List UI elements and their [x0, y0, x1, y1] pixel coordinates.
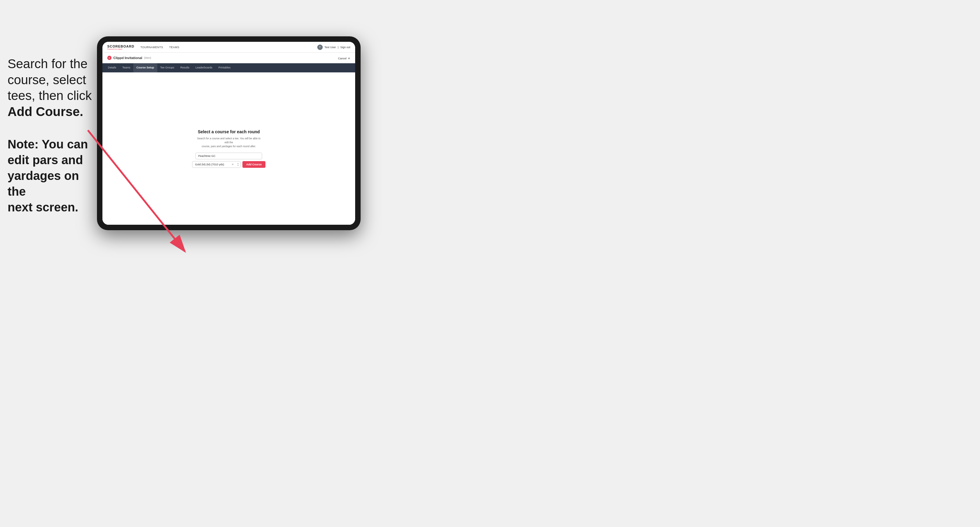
- navbar: SCOREBOARD Powered by clippd TOURNAMENTS…: [102, 42, 355, 53]
- annotation-area: Search for the course, select tees, then…: [8, 56, 94, 215]
- note-line-1: Note: You can: [8, 136, 94, 152]
- tablet-device: SCOREBOARD Powered by clippd TOURNAMENTS…: [97, 37, 361, 230]
- tee-row: Gold (M) (M) (7010 yds) ✕ ▲ ▼ Add Course: [192, 161, 265, 168]
- logo-sub: Powered by clippd: [107, 48, 134, 50]
- note-line-3: yardages on the: [8, 168, 94, 199]
- tab-course-setup[interactable]: Course Setup: [133, 63, 157, 72]
- nav-teams[interactable]: TEAMS: [169, 46, 180, 49]
- navbar-left: SCOREBOARD Powered by clippd TOURNAMENTS…: [107, 44, 180, 50]
- annotation-line-4: Add Course.: [8, 104, 94, 120]
- tab-bar: Details Teams Course Setup Tee Groups Re…: [102, 63, 355, 72]
- cancel-label: Cancel: [338, 57, 347, 60]
- desc-line-1: Search for a course and select a tee. Yo…: [197, 137, 260, 144]
- cancel-icon: ✕: [348, 57, 350, 60]
- tablet-screen: SCOREBOARD Powered by clippd TOURNAMENTS…: [102, 42, 355, 225]
- course-search-input[interactable]: [196, 152, 262, 159]
- sign-out-link[interactable]: Sign out: [340, 46, 350, 49]
- tournament-title: C Clippd Invitational (Men): [107, 56, 151, 60]
- logo-area: SCOREBOARD Powered by clippd: [107, 44, 134, 50]
- nav-separator: |: [338, 46, 339, 49]
- tab-printables[interactable]: Printables: [215, 63, 234, 72]
- course-setup-description: Search for a course and select a tee. Yo…: [196, 137, 262, 148]
- note-line-4: next screen.: [8, 199, 94, 215]
- annotation-search-text: Search for the course, select tees, then…: [8, 56, 94, 120]
- tournament-icon: C: [107, 56, 111, 60]
- tab-details[interactable]: Details: [105, 63, 119, 72]
- main-content: Select a course for each round Search fo…: [102, 72, 355, 225]
- tab-results[interactable]: Results: [177, 63, 192, 72]
- tournament-subtitle: (Men): [144, 56, 151, 59]
- tee-select-wrapper: Gold (M) (M) (7010 yds) ✕ ▲ ▼: [192, 161, 240, 168]
- annotation-note: Note: You can edit pars and yardages on …: [8, 136, 94, 215]
- user-name: Test User: [325, 46, 336, 49]
- cancel-area[interactable]: Cancel ✕: [338, 55, 350, 60]
- navbar-right: T Test User | Sign out: [317, 44, 350, 50]
- tee-arrow-up[interactable]: ▲: [237, 162, 239, 164]
- annotation-line-3: tees, then click: [8, 88, 94, 104]
- tee-arrow-down[interactable]: ▼: [237, 165, 239, 166]
- annotation-line-1: Search for the: [8, 56, 94, 72]
- nav-tournaments[interactable]: TOURNAMENTS: [140, 46, 163, 49]
- course-setup-title: Select a course for each round: [198, 129, 260, 134]
- tournament-name: Clippd Invitational: [113, 56, 142, 60]
- tournament-header: C Clippd Invitational (Men) Cancel ✕: [102, 53, 355, 63]
- tab-leaderboards[interactable]: Leaderboards: [192, 63, 215, 72]
- desc-line-2: course, pars and yardages for each round…: [202, 145, 256, 148]
- tee-clear-button[interactable]: ✕: [232, 163, 234, 166]
- note-line-2: edit pars and: [8, 152, 94, 168]
- tee-arrows[interactable]: ▲ ▼: [237, 162, 239, 166]
- tab-teams[interactable]: Teams: [119, 63, 134, 72]
- annotation-line-2: course, select: [8, 72, 94, 88]
- add-course-button[interactable]: Add Course: [242, 161, 265, 168]
- logo-title: SCOREBOARD: [107, 44, 134, 48]
- tab-tee-groups[interactable]: Tee Groups: [157, 63, 178, 72]
- user-avatar: T: [317, 44, 323, 50]
